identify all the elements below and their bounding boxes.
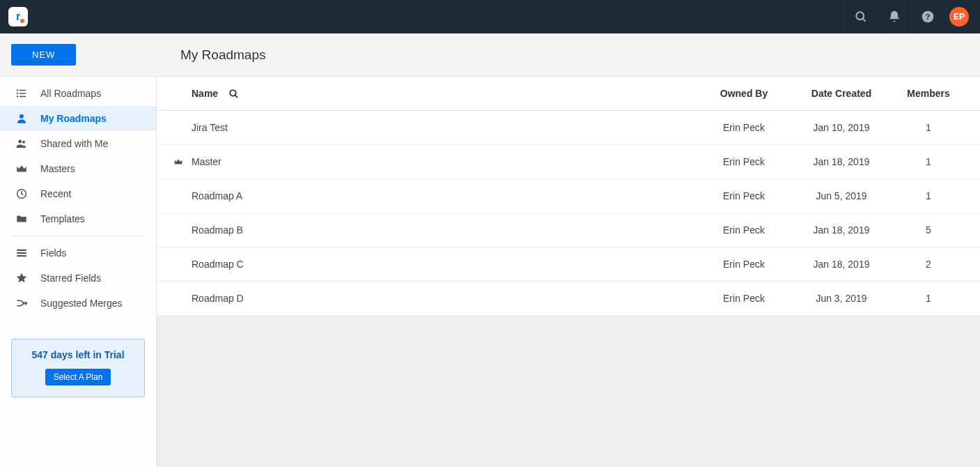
svg-point-12 [22, 141, 25, 144]
svg-point-17 [230, 90, 236, 96]
sidebar-item-label: Shared with Me [40, 138, 108, 149]
svg-point-10 [20, 114, 24, 118]
star-icon [15, 272, 31, 284]
table-row[interactable]: MasterErin PeckJan 18, 20191 [157, 145, 980, 179]
roadmap-name: Jira Test [192, 122, 228, 133]
search-icon[interactable] [843, 0, 877, 33]
svg-point-11 [18, 140, 22, 144]
roadmap-members: 1 [894, 190, 963, 201]
col-members-header[interactable]: Members [894, 88, 963, 99]
clock-icon [15, 187, 31, 200]
table-row[interactable]: Roadmap AErin PeckJun 5, 20191 [157, 179, 980, 213]
person-icon [15, 112, 31, 125]
sidebar-item-suggested-merges[interactable]: Suggested Merges [0, 291, 156, 316]
roadmap-members: 1 [894, 293, 963, 304]
sidebar-item-fields[interactable]: Fields [0, 240, 156, 266]
sidebar-item-label: My Roadmaps [40, 113, 107, 124]
col-date-header[interactable]: Date Created [789, 88, 894, 99]
roadmap-date: Jan 18, 2019 [789, 259, 894, 270]
sidebar-item-all-roadmaps[interactable]: All Roadmaps [0, 81, 156, 106]
svg-rect-7 [20, 93, 26, 94]
crown-icon [15, 162, 31, 175]
sidebar-item-label: Suggested Merges [40, 298, 123, 309]
sidebar-item-shared[interactable]: Shared with Me [0, 131, 156, 156]
table-row[interactable]: Roadmap CErin PeckJan 18, 20192 [157, 247, 980, 282]
svg-rect-14 [17, 250, 26, 251]
roadmap-members: 2 [894, 259, 963, 270]
roadmap-name: Roadmap A [192, 190, 242, 201]
page-title: My Roadmaps [157, 47, 266, 63]
table-header: Name Owned By Date Created Members [157, 77, 980, 111]
svg-line-18 [235, 95, 238, 98]
list-icon [15, 87, 31, 100]
svg-line-1 [862, 19, 865, 22]
svg-point-4 [17, 89, 18, 91]
svg-rect-9 [20, 96, 26, 98]
top-bar: r ? EP [0, 0, 980, 33]
sidebar-divider [13, 236, 143, 236]
sidebar-item-my-roadmaps[interactable]: My Roadmaps [0, 106, 156, 131]
svg-point-6 [17, 93, 18, 94]
notifications-icon[interactable] [877, 0, 910, 33]
roadmap-members: 1 [894, 122, 963, 133]
sidebar-item-starred-fields[interactable]: Starred Fields [0, 266, 156, 291]
folder-icon [15, 213, 31, 225]
sub-bar: NEW My Roadmaps [0, 33, 980, 77]
merge-icon [15, 297, 31, 309]
roadmap-owner: Erin Peck [699, 122, 789, 133]
roadmap-date: Jan 18, 2019 [789, 156, 894, 167]
people-icon [15, 137, 31, 150]
svg-rect-5 [20, 90, 26, 91]
roadmap-date: Jan 10, 2019 [789, 122, 894, 133]
trial-days-left: 547 days left in Trial [19, 349, 137, 360]
table-row[interactable]: Jira TestErin PeckJan 10, 20191 [157, 111, 980, 145]
roadmap-owner: Erin Peck [699, 293, 789, 304]
roadmap-owner: Erin Peck [699, 259, 789, 270]
roadmap-date: Jun 3, 2019 [789, 293, 894, 304]
svg-point-8 [17, 95, 18, 97]
roadmap-owner: Erin Peck [699, 190, 789, 201]
app-logo[interactable]: r [8, 7, 28, 26]
roadmap-name: Roadmap D [192, 293, 244, 304]
sidebar-item-label: Masters [40, 163, 75, 174]
col-name-header[interactable]: Name [192, 88, 218, 99]
user-avatar[interactable]: EP [949, 7, 969, 26]
search-icon[interactable] [228, 88, 240, 100]
sidebar: All Roadmaps My Roadmaps Shared with Me … [0, 77, 157, 467]
col-owner-header[interactable]: Owned By [699, 88, 789, 99]
sidebar-item-label: Recent [40, 188, 71, 199]
roadmap-name: Roadmap B [192, 224, 243, 236]
crown-icon [173, 157, 183, 167]
roadmaps-table: Name Owned By Date Created Members Jira … [157, 77, 980, 316]
sidebar-item-label: All Roadmaps [40, 88, 101, 99]
roadmap-date: Jan 18, 2019 [789, 224, 894, 236]
help-icon[interactable]: ? [910, 0, 944, 33]
sidebar-item-label: Fields [40, 247, 66, 259]
roadmap-owner: Erin Peck [699, 224, 789, 236]
roadmap-date: Jun 5, 2019 [789, 190, 894, 201]
table-row[interactable]: Roadmap BErin PeckJan 18, 20195 [157, 213, 980, 247]
svg-point-0 [856, 12, 864, 20]
roadmap-name: Master [192, 156, 221, 167]
sidebar-item-templates[interactable]: Templates [0, 206, 156, 231]
sidebar-item-label: Templates [40, 213, 85, 224]
main-content: Name Owned By Date Created Members Jira … [157, 77, 980, 467]
trial-box: 547 days left in Trial Select A Plan [11, 339, 145, 397]
roadmap-owner: Erin Peck [699, 156, 789, 167]
roadmap-name: Roadmap C [192, 259, 244, 270]
svg-rect-16 [17, 255, 26, 257]
sidebar-item-label: Starred Fields [40, 273, 101, 284]
sidebar-item-masters[interactable]: Masters [0, 156, 156, 181]
select-plan-button[interactable]: Select A Plan [45, 369, 111, 385]
rows-icon [15, 247, 31, 259]
roadmap-members: 1 [894, 156, 963, 167]
svg-rect-15 [17, 252, 26, 254]
new-button[interactable]: NEW [11, 44, 76, 66]
sidebar-item-recent[interactable]: Recent [0, 181, 156, 206]
svg-text:?: ? [925, 12, 930, 21]
table-row[interactable]: Roadmap DErin PeckJun 3, 20191 [157, 282, 980, 316]
roadmap-members: 5 [894, 224, 963, 236]
